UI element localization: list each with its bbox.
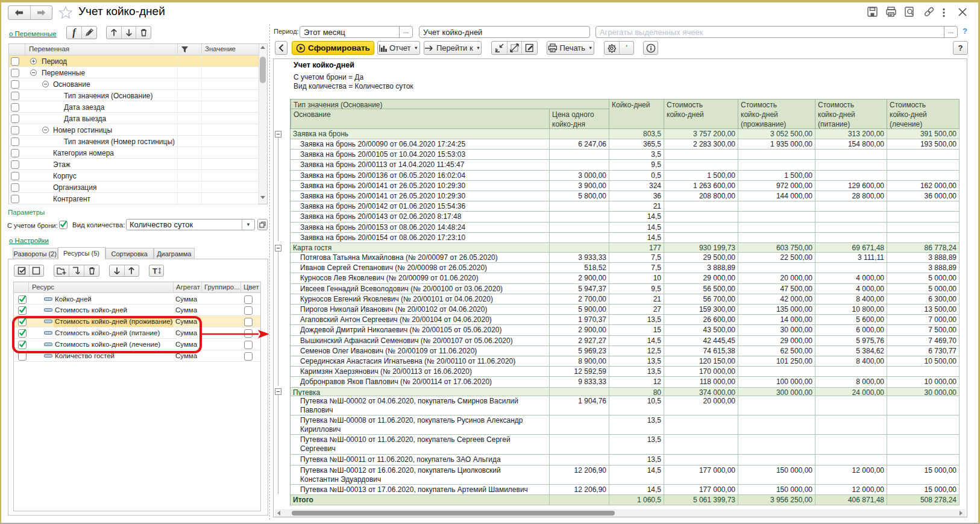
svg-text:T: T	[152, 267, 157, 275]
